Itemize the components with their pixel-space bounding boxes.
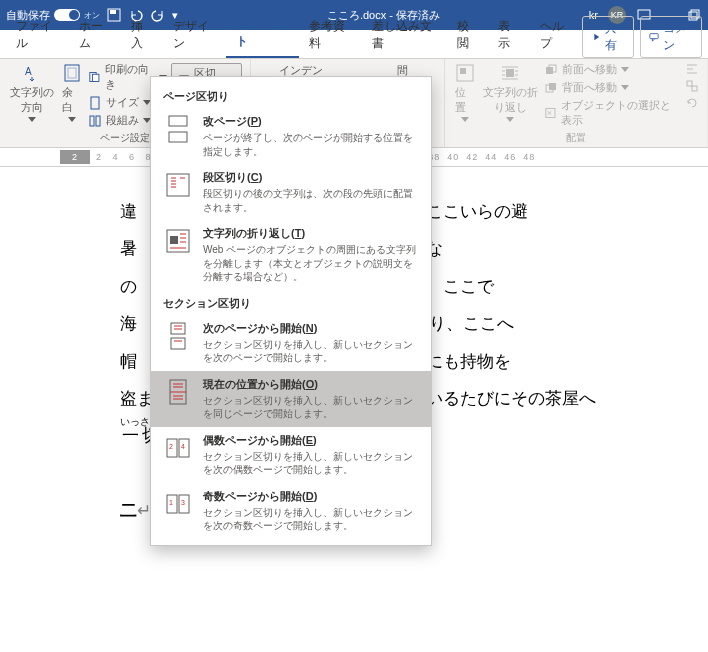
ribbon-tabs: ファイル ホーム 挿入 デザイン レイアウト 参考資料 差し込み文書 校閲 表示… (0, 30, 708, 59)
break-even-page[interactable]: 24 偶数ページから開始(E)セクション区切りを挿入し、新しいセクションを次の偶… (151, 427, 431, 483)
svg-rect-7 (65, 65, 79, 81)
svg-text:2: 2 (169, 443, 173, 450)
text-direction-button[interactable]: A 文字列の 方向 (8, 61, 56, 124)
breaks-dropdown: ページ区切り 改ページ(P)ページが終了し、次のページが開始する位置を指定します… (150, 76, 432, 546)
svg-rect-11 (91, 97, 99, 109)
tab-references[interactable]: 参考資料 (299, 12, 362, 58)
svg-rect-17 (460, 68, 466, 74)
svg-rect-30 (170, 236, 178, 244)
tab-design[interactable]: デザイン (163, 12, 226, 58)
svg-rect-26 (169, 116, 187, 126)
svg-rect-24 (687, 81, 692, 86)
break-odd-page[interactable]: 13 奇数ページから開始(D)セクション区切りを挿入し、新しいセクションを次の奇… (151, 483, 431, 539)
continuous-section-icon (163, 377, 193, 407)
break-text-wrap[interactable]: 文字列の折り返し(T)Web ページのオブジェクトの周囲にある文字列を分離します… (151, 220, 431, 290)
even-page-section-icon: 24 (163, 433, 193, 463)
wrap-text-button[interactable]: 文字列の折 り返し (481, 61, 540, 124)
page-break-icon (163, 114, 193, 144)
odd-page-section-icon: 13 (163, 489, 193, 519)
group-arrange-label: 配置 (453, 131, 699, 147)
svg-rect-13 (96, 116, 100, 126)
svg-rect-5 (650, 34, 658, 39)
tab-view[interactable]: 表示 (488, 12, 529, 58)
svg-text:1: 1 (169, 499, 173, 506)
break-continuous[interactable]: 現在の位置から開始(O)セクション区切りを挿入し、新しいセクションを同じページで… (151, 371, 431, 427)
tab-review[interactable]: 校閲 (447, 12, 488, 58)
svg-text:3: 3 (181, 499, 185, 506)
svg-rect-8 (68, 68, 76, 78)
send-backward-button[interactable]: 背面へ移動 (544, 79, 681, 96)
svg-rect-28 (167, 174, 189, 196)
svg-rect-18 (506, 69, 514, 77)
selection-pane-button[interactable]: オブジェクトの選択と表示 (544, 97, 681, 129)
breaks-page-header: ページ区切り (151, 83, 431, 108)
rotate-button[interactable] (685, 95, 699, 111)
svg-rect-23 (546, 108, 555, 117)
bring-forward-button[interactable]: 前面へ移動 (544, 61, 681, 78)
group-button[interactable] (685, 78, 699, 94)
breaks-section-header: セクション区切り (151, 290, 431, 315)
comment-button[interactable]: コメン (640, 16, 702, 58)
text-wrap-break-icon (163, 226, 193, 256)
tab-help[interactable]: ヘルプ (530, 12, 582, 58)
svg-rect-12 (90, 116, 94, 126)
break-page[interactable]: 改ページ(P)ページが終了し、次のページが開始する位置を指定します。 (151, 108, 431, 164)
break-column[interactable]: 段区切り(C)段区切りの後の文字列は、次の段の先頭に配置されます。 (151, 164, 431, 220)
svg-text:4: 4 (181, 443, 185, 450)
svg-rect-10 (93, 74, 99, 81)
position-button[interactable]: 位置 (453, 61, 477, 124)
svg-rect-25 (692, 86, 697, 91)
share-button[interactable]: 共有 (582, 16, 634, 58)
margins-button[interactable]: 余白 (60, 61, 84, 124)
svg-rect-32 (171, 338, 185, 349)
tab-insert[interactable]: 挿入 (121, 12, 162, 58)
svg-text:A: A (25, 66, 32, 77)
svg-rect-27 (169, 132, 187, 142)
break-next-page[interactable]: 次のページから開始(N)セクション区切りを挿入し、新しいセクションを次のページで… (151, 315, 431, 371)
tab-layout[interactable]: レイアウト (226, 10, 300, 58)
column-break-icon (163, 170, 193, 200)
next-page-section-icon (163, 321, 193, 351)
tab-mailings[interactable]: 差し込み文書 (362, 12, 446, 58)
align-button[interactable] (685, 61, 699, 77)
